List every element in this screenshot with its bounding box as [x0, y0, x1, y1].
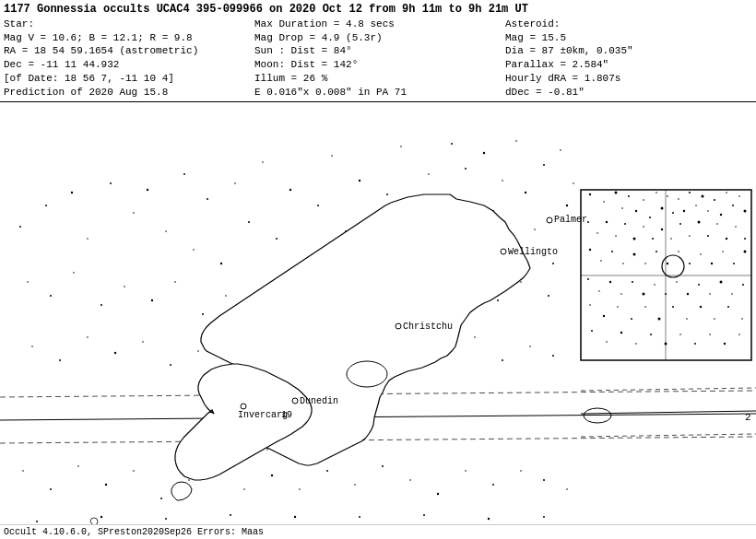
- svg-point-206: [617, 306, 619, 308]
- svg-point-216: [591, 330, 593, 332]
- svg-point-222: [679, 334, 681, 335]
- svg-point-7: [45, 205, 47, 206]
- svg-point-204: [589, 304, 591, 306]
- star-info: Star: Mag V = 10.6; B = 12.1; R = 9.8 RA…: [4, 18, 251, 100]
- svg-point-109: [520, 470, 522, 472]
- svg-point-158: [606, 221, 608, 223]
- star-dec: Dec = -11 11 44.932: [4, 58, 247, 72]
- svg-point-11: [133, 212, 135, 214]
- svg-point-133: [603, 201, 605, 203]
- svg-point-152: [726, 192, 727, 193]
- svg-point-176: [611, 251, 613, 252]
- asteroid-ddec: dDec = -0.81": [505, 86, 749, 100]
- svg-point-91: [22, 470, 24, 472]
- svg-point-29: [386, 193, 388, 195]
- svg-point-198: [687, 293, 689, 295]
- svg-point-154: [738, 195, 740, 197]
- svg-point-122: [359, 516, 360, 518]
- svg-point-111: [566, 488, 568, 490]
- footer: Occult 4.10.6.0, SPreston2020Sep26 Error…: [0, 524, 756, 539]
- svg-point-172: [735, 226, 737, 228]
- svg-point-138: [643, 199, 644, 201]
- star-date: [of Date: 18 56 7, -11 10 4]: [4, 72, 247, 86]
- svg-point-24: [317, 205, 319, 206]
- title: 1177 Gonnessia occults UCAC4 395-099966 …: [4, 2, 752, 18]
- svg-point-143: [672, 212, 674, 214]
- svg-point-144: [678, 198, 679, 200]
- svg-point-213: [714, 318, 715, 320]
- svg-point-150: [714, 199, 715, 201]
- svg-point-159: [615, 235, 617, 237]
- map-svg: Palmer Wellingto Christchu Invercarg Dun…: [0, 102, 756, 539]
- svg-point-42: [515, 140, 517, 142]
- svg-point-55: [151, 299, 153, 301]
- svg-point-170: [716, 223, 718, 225]
- asteroid-dia: Dia = 87 ±0km, 0.035": [505, 44, 749, 58]
- svg-point-70: [548, 295, 549, 297]
- svg-point-118: [230, 514, 231, 516]
- svg-point-147: [695, 205, 697, 206]
- svg-point-19: [248, 221, 250, 223]
- svg-point-173: [744, 238, 746, 240]
- svg-point-142: [667, 195, 668, 197]
- invercargill-number: 19: [281, 410, 292, 420]
- svg-point-116: [165, 518, 167, 520]
- svg-point-201: [720, 280, 723, 283]
- svg-point-160: [624, 223, 626, 225]
- svg-point-90: [552, 355, 554, 357]
- svg-point-94: [105, 484, 107, 486]
- svg-point-110: [543, 479, 545, 481]
- svg-point-12: [147, 189, 148, 191]
- sun-dist: Sun : Dist = 84°: [254, 44, 498, 58]
- svg-point-165: [670, 238, 672, 240]
- svg-point-220: [650, 334, 652, 335]
- svg-point-25: [331, 155, 333, 157]
- svg-point-105: [409, 479, 411, 481]
- svg-point-30: [400, 146, 402, 147]
- svg-point-77: [197, 350, 199, 352]
- svg-point-139: [649, 217, 651, 218]
- svg-point-192: [620, 293, 622, 295]
- svg-point-95: [133, 470, 135, 472]
- svg-point-92: [50, 488, 52, 490]
- svg-point-27: [359, 180, 360, 182]
- svg-point-88: [502, 359, 503, 361]
- svg-point-175: [600, 260, 602, 262]
- svg-point-184: [700, 253, 702, 255]
- svg-point-209: [658, 317, 661, 320]
- svg-point-36: [465, 168, 467, 170]
- svg-point-195: [654, 284, 656, 286]
- svg-point-141: [661, 206, 664, 209]
- asteroid-parallax: Parallax = 2.584": [505, 58, 749, 72]
- svg-point-182: [678, 251, 679, 252]
- svg-point-197: [676, 281, 678, 283]
- svg-point-58: [225, 295, 227, 297]
- svg-point-208: [644, 306, 646, 308]
- svg-point-89: [529, 346, 531, 347]
- svg-point-14: [183, 173, 185, 175]
- svg-point-73: [87, 336, 89, 338]
- svg-point-72: [59, 359, 61, 361]
- svg-point-166: [679, 223, 681, 225]
- svg-point-32: [428, 173, 430, 175]
- svg-point-203: [742, 284, 744, 286]
- svg-point-218: [620, 332, 622, 334]
- wellington-label: Wellingto: [508, 247, 558, 257]
- svg-point-114: [100, 516, 102, 518]
- max-dur: Max Duration = 4.8 secs: [254, 18, 498, 31]
- svg-point-128: [543, 516, 545, 518]
- mag-drop: Mag Drop = 4.9 (5.3r): [254, 31, 498, 45]
- svg-point-136: [628, 195, 630, 197]
- star-mag: Mag V = 10.6; B = 12.1; R = 9.8: [4, 31, 247, 45]
- svg-point-93: [77, 465, 79, 467]
- svg-point-155: [744, 209, 747, 212]
- svg-point-224: [709, 334, 711, 335]
- svg-point-169: [707, 235, 709, 237]
- asteroid-info: Asteroid: Mag = 15.5 Dia = 87 ±0km, 0.03…: [502, 18, 752, 100]
- svg-point-134: [615, 191, 618, 193]
- svg-point-107: [465, 470, 467, 472]
- svg-point-13: [165, 230, 167, 232]
- svg-point-168: [698, 220, 701, 223]
- svg-point-151: [720, 214, 722, 216]
- svg-point-217: [606, 341, 608, 343]
